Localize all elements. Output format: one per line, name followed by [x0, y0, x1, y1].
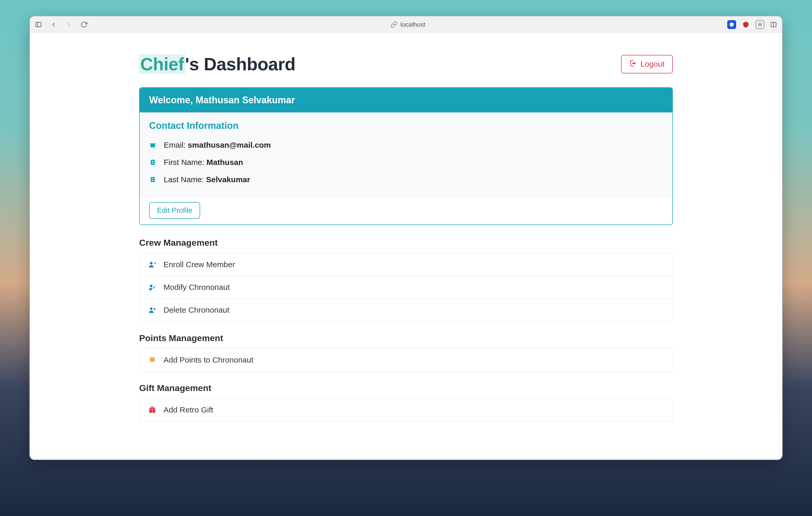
logout-icon	[630, 60, 637, 69]
svg-point-13	[150, 285, 152, 287]
contact-heading: Contact Information	[149, 120, 663, 131]
gift-list: Add Retro Gift	[139, 398, 673, 421]
welcome-name: Mathusan Selvakumar	[196, 95, 295, 105]
page-header: Chief's Dashboard Logout	[139, 54, 673, 74]
list-item-label: Modify Chrononaut	[164, 283, 230, 292]
contact-section: Contact Information Email: smathusan@mai…	[140, 113, 672, 196]
svg-point-9	[152, 161, 153, 162]
forward-icon	[65, 21, 73, 29]
edit-profile-button[interactable]: Edit Profile	[149, 202, 200, 219]
profile-card-footer: Edit Profile	[140, 196, 672, 224]
tab-overview-icon[interactable]	[770, 21, 778, 29]
envelope-icon	[149, 142, 156, 149]
add-points-item[interactable]: Add Points to Chrononaut	[139, 349, 673, 371]
sidebar-toggle-icon[interactable]	[34, 21, 42, 29]
address-bar[interactable]: localhost	[93, 21, 723, 29]
link-icon	[390, 21, 398, 29]
email-value: smathusan@mail.com	[188, 141, 271, 149]
contact-lastname-row: Last Name: Selvakumar	[149, 171, 663, 188]
crew-heading: Crew Management	[139, 238, 673, 248]
svg-point-4	[759, 24, 759, 25]
page-title: Chief's Dashboard	[139, 54, 296, 74]
coins-icon	[148, 356, 157, 364]
points-heading: Points Management	[139, 333, 673, 343]
page-content: Chief's Dashboard Logout Welcome, Mathus…	[30, 33, 782, 459]
contact-firstname-row: First Name: Mathusan	[149, 154, 663, 171]
welcome-prefix: Welcome,	[149, 95, 196, 105]
id-card-icon	[149, 159, 156, 166]
crew-list: Enroll Crew Member Modify Chrononaut Del…	[139, 253, 673, 322]
svg-rect-8	[151, 160, 154, 165]
logout-label: Logout	[640, 60, 664, 68]
extension-badge-3[interactable]	[755, 20, 764, 29]
title-suffix: 's Dashboard	[185, 54, 296, 74]
toolbar-right	[727, 20, 778, 29]
list-item-label: Add Retro Gift	[164, 405, 213, 414]
extension-badge-1[interactable]	[727, 20, 736, 29]
profile-card: Welcome, Mathusan Selvakumar Contact Inf…	[139, 87, 673, 225]
gift-icon	[148, 406, 157, 414]
user-plus-icon	[148, 261, 157, 269]
modify-chrononaut-item[interactable]: Modify Chrononaut	[139, 276, 673, 299]
svg-point-14	[150, 307, 152, 310]
main-container: Chief's Dashboard Logout Welcome, Mathus…	[129, 33, 683, 443]
role-badge: Chief	[139, 54, 185, 74]
svg-rect-0	[36, 22, 41, 27]
contact-email-row: Email: smathusan@mail.com	[149, 136, 663, 154]
back-icon[interactable]	[50, 21, 58, 29]
enroll-crew-item[interactable]: Enroll Crew Member	[139, 253, 673, 276]
lastname-value: Selvakumar	[206, 175, 250, 184]
extension-badge-2[interactable]	[742, 20, 750, 29]
firstname-label: First Name:	[164, 158, 206, 166]
list-item-label: Delete Chrononaut	[164, 306, 229, 314]
svg-point-11	[152, 178, 153, 179]
list-item-label: Add Points to Chrononaut	[164, 356, 254, 364]
browser-toolbar: localhost	[30, 16, 782, 33]
user-edit-icon	[148, 283, 157, 291]
toolbar-left	[34, 21, 88, 29]
svg-point-12	[150, 262, 152, 265]
list-item-label: Enroll Crew Member	[164, 260, 235, 269]
user-remove-icon	[148, 306, 157, 314]
id-card-icon	[149, 176, 156, 183]
add-gift-item[interactable]: Add Retro Gift	[139, 399, 673, 421]
svg-point-3	[760, 24, 760, 25]
gift-heading: Gift Management	[139, 383, 673, 393]
welcome-banner: Welcome, Mathusan Selvakumar	[140, 88, 672, 113]
logout-button[interactable]: Logout	[621, 55, 673, 73]
svg-point-5	[760, 24, 761, 25]
points-list: Add Points to Chrononaut	[139, 348, 673, 371]
svg-rect-10	[151, 177, 154, 182]
address-text: localhost	[401, 21, 425, 28]
reload-icon[interactable]	[80, 21, 88, 29]
lastname-label: Last Name:	[164, 175, 206, 184]
browser-window: localhost Chief's Dashboard	[29, 16, 783, 460]
firstname-value: Mathusan	[206, 158, 243, 166]
delete-chrononaut-item[interactable]: Delete Chrononaut	[139, 299, 673, 321]
svg-rect-18	[152, 408, 153, 413]
email-label: Email:	[164, 141, 188, 149]
